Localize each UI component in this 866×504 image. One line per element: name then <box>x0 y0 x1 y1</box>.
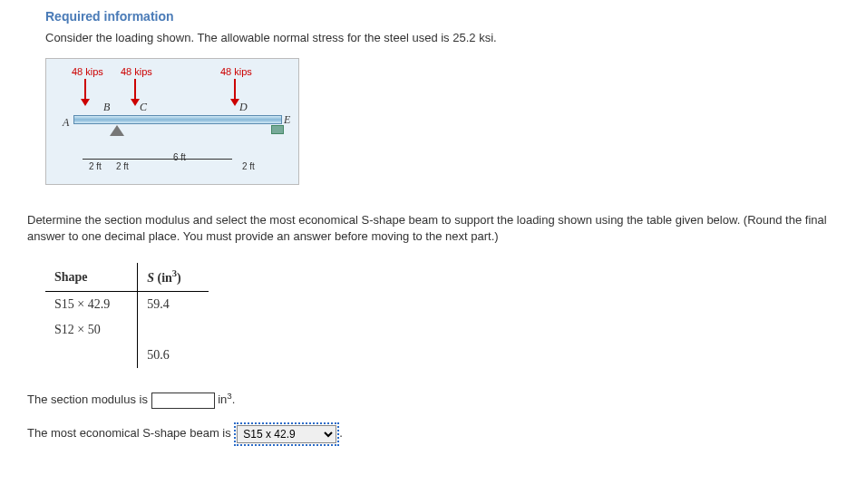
cell-shape-1: S12 × 50 <box>45 317 138 343</box>
answer-section-modulus: The section modulus is in3. <box>27 391 839 409</box>
section-header: Required information <box>45 9 839 24</box>
cell-s-0: 59.4 <box>138 292 209 318</box>
point-a: A <box>63 116 69 130</box>
load-label-1: 48 kips <box>72 66 103 77</box>
dim-2ft-3: 2 ft <box>242 161 255 171</box>
point-c: C <box>140 101 147 114</box>
beam-element <box>73 115 282 124</box>
point-d: D <box>239 101 248 114</box>
th-s: S (in3) <box>138 263 209 291</box>
load-arrow-1 <box>84 79 86 102</box>
table-row: S12 × 50 <box>45 317 209 343</box>
cell-shape-0: S15 × 42.9 <box>45 292 138 318</box>
modulus-input[interactable] <box>151 393 215 409</box>
dim-line-main <box>83 159 232 160</box>
dim-6ft: 6 ft <box>173 152 186 162</box>
cell-s-1 <box>138 317 209 343</box>
point-b: B <box>103 101 110 114</box>
load-arrow-3 <box>234 79 236 102</box>
label-beam: The most economical S-shape beam is <box>27 426 231 440</box>
intro-text: Consider the loading shown. The allowabl… <box>45 31 839 44</box>
table-row: 50.6 <box>45 343 209 368</box>
beam-select[interactable]: S15 x 42.9 S12 x 50 <box>237 425 336 443</box>
beam-diagram: 48 kips 48 kips 48 kips A B C D E 2 ft 2… <box>45 58 299 185</box>
point-e: E <box>284 113 290 127</box>
dim-2ft-2: 2 ft <box>116 161 129 171</box>
cell-s-2: 50.6 <box>138 343 209 368</box>
load-arrow-2 <box>134 79 136 102</box>
label-modulus: The section modulus is <box>27 393 151 406</box>
load-label-3: 48 kips <box>220 66 252 77</box>
pin-support <box>110 125 124 136</box>
answer-beam-select: The most economical S-shape beam is S15 … <box>27 422 839 446</box>
shapes-table: Shape S (in3) S15 × 42.9 59.4 S12 × 50 5… <box>45 263 839 368</box>
cell-shape-2 <box>45 343 138 368</box>
dim-2ft-1: 2 ft <box>89 161 102 171</box>
unit-in: in <box>218 393 227 406</box>
question-text: Determine the section modulus and select… <box>27 212 839 245</box>
load-label-2: 48 kips <box>121 66 152 77</box>
th-shape: Shape <box>45 263 138 291</box>
table-row: S15 × 42.9 59.4 <box>45 292 209 318</box>
roller-support <box>271 125 284 134</box>
